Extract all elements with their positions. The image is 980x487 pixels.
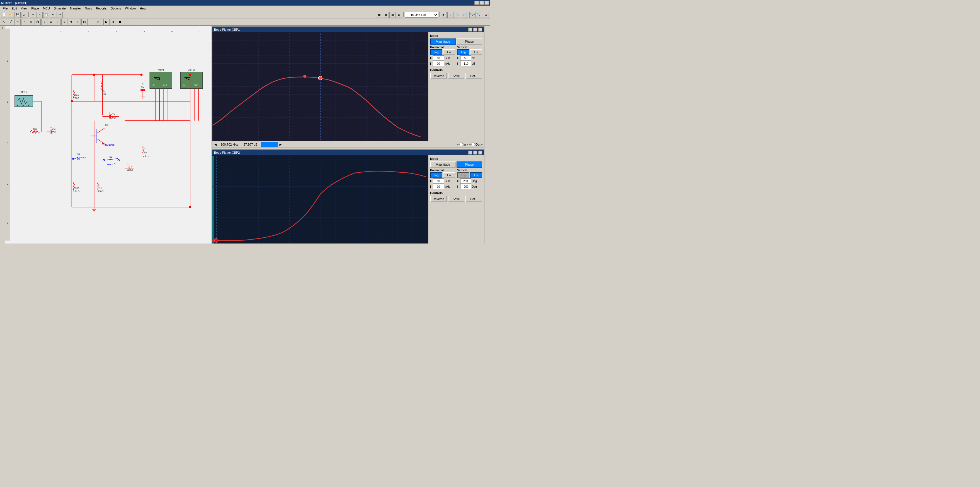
diode-btn[interactable]: ⊳| [81,19,88,25]
bus-btn[interactable]: ═ [14,19,21,25]
save-btn[interactable]: 💾 [14,12,21,18]
title-bar-buttons: _ □ × [474,1,489,5]
bode1-v-i-input[interactable] [460,61,471,66]
zoom-btn[interactable]: 🔎 [461,12,467,18]
bode1-plus-out[interactable]: + [469,143,471,146]
menu-help[interactable]: Help [138,6,148,11]
component-btn[interactable]: ▦ [376,12,382,18]
wire-btn[interactable]: ╱ [8,19,14,25]
bode2-set-btn[interactable]: Set... [466,196,482,202]
bode2-phase-btn[interactable]: Phase [457,161,482,168]
switch-btn[interactable]: ⌒ [88,19,94,25]
gnd-btn[interactable]: ⏚ [41,19,48,25]
bode2-magnitude-btn[interactable]: Magnitude [430,161,456,168]
menu-simulate[interactable]: Simulate [52,6,67,11]
bode1-close[interactable]: × [478,28,482,32]
sim-stop-btn[interactable]: ⏹ [117,19,123,25]
redo-btn[interactable]: ↪ [57,12,63,18]
menu-place[interactable]: Place [30,6,41,11]
cap-btn[interactable]: ⊣⊢ [55,19,61,25]
paste-btn[interactable]: 📋 [43,12,49,18]
menu-options[interactable]: Options [109,6,123,11]
menu-file[interactable]: File [1,6,10,11]
bode2-v-f-input[interactable] [460,179,471,184]
menu-reports[interactable]: Reports [94,6,108,11]
menu-view[interactable]: View [19,6,29,11]
maximize-btn[interactable]: □ [479,1,484,5]
close-btn[interactable]: × [484,1,489,5]
zoom-in-btn[interactable]: 🔍+ [469,12,476,18]
transistor-btn[interactable]: ↯ [68,19,74,25]
bode2-v-i-input[interactable] [460,184,471,189]
bode1-horizontal-group: Horizontal Log Lin F GHz I [430,46,455,66]
bode1-out-radio[interactable] [471,142,475,146]
bode1-v-log-btn[interactable]: Log [457,49,470,55]
run-btn[interactable]: ▶ [441,12,447,18]
open-btn[interactable]: 📂 [8,12,14,18]
opamp-btn[interactable]: ▷ [75,19,81,25]
bode2-h-i-input[interactable] [433,184,444,189]
menu-window[interactable]: Window [123,6,137,11]
sim-btn[interactable]: ▶ [103,19,110,25]
bode2-minimize[interactable]: _ [468,151,472,155]
bode1-h-f-input[interactable] [433,56,444,61]
bode2-maximize[interactable]: □ [473,151,477,155]
stop-btn[interactable]: ⏸ [447,12,453,18]
fit-btn[interactable]: ⊡ [483,12,489,18]
bode2-h-lin-btn[interactable]: Lin [443,172,455,178]
menu-tools[interactable]: Tools [83,6,94,11]
bode1-reverse-btn[interactable]: Reverse [430,73,447,79]
label-btn[interactable]: A [28,19,34,25]
zoom-out-btn[interactable]: 🔍- [476,12,482,18]
bode1-in-radio[interactable] [459,142,463,146]
bode2-h-i-label: I [430,185,432,188]
table-btn[interactable]: ⊞ [396,12,402,18]
bode1-v-lin-btn[interactable]: Lin [470,49,482,55]
bode1-vertical-group: Vertical Log Lin F dB I [457,46,482,66]
bode1-save-btn[interactable]: Save [448,73,465,79]
bode1-minus-in[interactable]: − [466,143,468,146]
select-btn[interactable]: ↖ [1,19,7,25]
print-btn[interactable]: 🖨 [21,12,27,18]
bode1-right-arrow[interactable]: ► [279,142,283,147]
component3-btn[interactable]: ▦ [390,12,396,18]
bode1-left-arrow[interactable]: ◄ [213,142,217,147]
bode1-h-lin-btn[interactable]: Lin [443,49,455,55]
menu-edit[interactable]: Edit [10,6,19,11]
bode1-phase-btn[interactable]: Phase [457,38,482,45]
bode1-h-log-btn[interactable]: Log [430,49,442,55]
bode1-magnitude-btn[interactable]: Magnitude [430,38,456,45]
inductor-btn[interactable]: ∿ [61,19,67,25]
power-btn[interactable]: ⏻ [35,19,41,25]
bode2-close[interactable]: × [478,151,482,155]
bode1-set-btn[interactable]: Set... [466,73,482,79]
minimize-btn[interactable]: _ [474,1,479,5]
menu-mcu[interactable]: MCU [41,6,52,11]
bode2-v-log-btn[interactable]: Log [457,172,470,178]
bode1-cursor-box[interactable] [261,142,278,147]
bode2-h-f-input[interactable] [433,179,444,184]
resistor-btn[interactable]: Ω [48,19,54,25]
junction-btn[interactable]: • [21,19,27,25]
bode2-reverse-btn[interactable]: Reverse [430,196,447,202]
component2-btn[interactable]: ▦ [383,12,389,18]
bode1-minus-out[interactable]: − [481,143,483,146]
menu-transfer[interactable]: Transfer [68,6,83,11]
bode1-v-f-input[interactable] [460,56,471,61]
bode1-maximize[interactable]: □ [473,28,477,32]
bode2-v-lin-btn[interactable]: Lin [470,172,482,178]
search-btn[interactable]: 🔍 [454,12,460,18]
bode2-save-btn[interactable]: Save [448,196,465,202]
schematic-area[interactable]: A B C D E 1 2 3 4 5 6 7 XBP1 IN OUT XBP2 [5,26,211,244]
source-btn[interactable]: ◎ [95,19,101,25]
cut-btn[interactable]: ✂ [30,12,36,18]
undo-btn[interactable]: ↩ [50,12,56,18]
bode1-plus-in[interactable]: + [457,143,458,146]
bode1-h-i-input[interactable] [433,61,444,66]
new-btn[interactable]: 📄 [1,12,7,18]
sim-pause-btn[interactable]: ⏸ [110,19,116,25]
bode1-minimize[interactable]: _ [468,28,472,32]
copy-btn[interactable]: ⎘ [37,12,43,18]
inuse-list-dropdown[interactable]: --- In-Use List --- [405,12,438,18]
bode2-h-log-btn[interactable]: Log [430,172,442,178]
